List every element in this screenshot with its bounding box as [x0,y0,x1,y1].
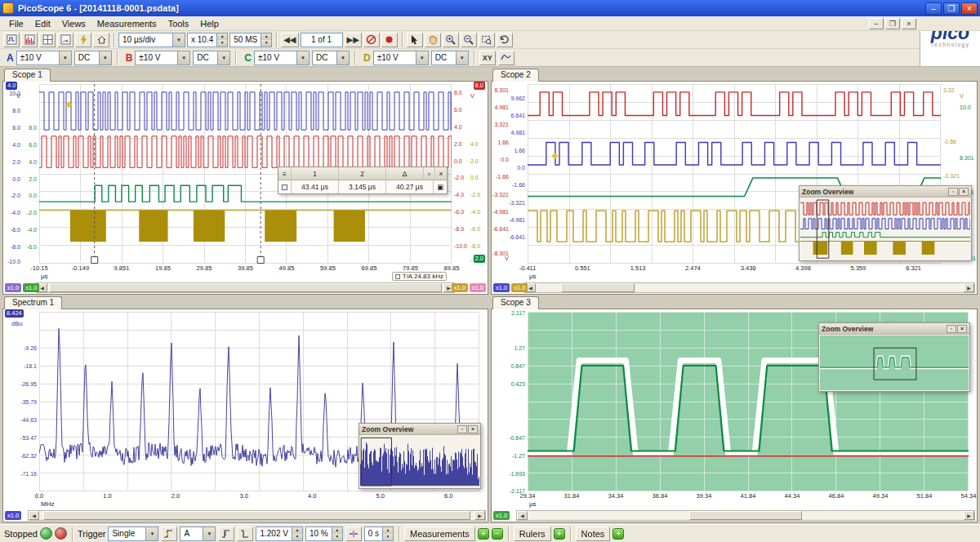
scope3-hscrollbar[interactable]: ◀ ▶ [516,510,975,521]
notes-button[interactable]: Notes [576,526,611,541]
tab-scope3[interactable]: Scope 3 [492,296,539,309]
close-button[interactable]: × [961,2,978,15]
up-arrow-icon[interactable]: ▲ [383,527,393,534]
checkbox-icon[interactable] [395,274,400,279]
channel-a-range-select[interactable]: ±10 V▼ [16,51,72,65]
tab-scope1[interactable]: Scope 1 [4,69,51,82]
menu-tools[interactable]: Tools [163,18,195,29]
hand-tool-icon[interactable] [425,33,441,47]
spectrum1-zoom-overview-window[interactable]: Zoom Overview ▫× [359,423,481,489]
drag-handle-icon[interactable]: ≡ [278,167,292,180]
axis-scale-chip[interactable]: x1.0 [511,283,528,292]
axis-scale-chip[interactable]: x1.0 [452,283,468,292]
overview-close-button[interactable]: × [468,425,478,433]
scroll-thumb[interactable] [49,283,441,292]
xy-mode-button[interactable]: XY [479,51,496,65]
lock-icon[interactable]: ▣ [434,180,447,193]
menu-measurements[interactable]: Measurements [91,18,163,29]
channel-a-coupling-select[interactable]: DC▼ [74,51,112,65]
maximize-button[interactable]: ❐ [943,2,960,15]
scroll-track[interactable] [47,283,443,292]
axis-scale-chip[interactable]: x1.0 [470,283,486,292]
axis-scale-chip[interactable]: x1.0 [23,283,39,292]
scope2-hscrollbar[interactable]: ◀ ▶ [524,282,975,293]
meter-view-icon[interactable] [57,33,74,47]
scope2-overview-canvas[interactable] [800,198,970,260]
up-arrow-icon[interactable]: ▲ [292,527,302,534]
trigger-source-select[interactable]: A▼ [180,526,216,541]
up-arrow-icon[interactable]: ▲ [332,527,342,534]
next-buffer-button[interactable]: ▶▶ [345,33,362,47]
scope1-hscrollbar[interactable]: ◀ ▶ [36,282,455,293]
axis-scale-chip[interactable]: x1.0 [493,283,510,292]
up-arrow-icon[interactable]: ▲ [217,33,227,40]
trigger-mode-select[interactable]: Single▼ [108,526,158,541]
trigger-level-stepper[interactable]: 1.202 V▲▼ [256,526,302,541]
down-arrow-icon[interactable]: ▼ [261,40,271,47]
overview-close-button[interactable]: × [957,325,967,333]
spectrum1-hscrollbar[interactable]: ◀ ▶ [28,510,486,521]
ruler-minimize-button[interactable]: ▫ [424,167,435,180]
scroll-right-icon[interactable]: ▶ [964,511,974,520]
record-icon[interactable] [381,33,398,47]
pretrigger-stepper[interactable]: 10 %▲▼ [305,526,343,541]
scope2-zoom-overview-window[interactable]: Zoom Overview ▫× [799,185,972,261]
up-arrow-icon[interactable]: ▲ [261,33,271,40]
marquee-zoom-icon[interactable] [479,33,495,47]
channel-d-coupling-select[interactable]: DC▼ [431,51,469,65]
channel-c-coupling-select[interactable]: DC▼ [312,51,350,65]
add-measurement-icon[interactable]: + [478,528,489,540]
tab-spectrum1[interactable]: Spectrum 1 [4,296,62,309]
ruler-legend-window[interactable]: ≡ 1 2 Δ ▫ × 43.41 µs 3.145 µs 40.27 µs ▣ [278,167,448,194]
menu-file[interactable]: File [3,18,29,29]
tab-scope2[interactable]: Scope 2 [492,69,539,82]
overview-restore-button[interactable]: ▫ [948,188,958,196]
channel-c-range-select[interactable]: ±10 V▼ [254,51,310,65]
scope3-overview-canvas[interactable] [820,335,969,390]
add-ruler-icon[interactable]: + [554,528,565,540]
document-minimize-button[interactable]: – [869,18,884,29]
rising-edge-icon[interactable] [218,526,234,541]
menu-help[interactable]: Help [194,18,225,29]
down-arrow-icon[interactable]: ▼ [217,40,227,47]
rulers-button[interactable]: Rulers [514,526,551,541]
minimize-button[interactable]: – [925,2,942,15]
stop-after-icon[interactable] [363,33,380,47]
start-capture-button[interactable] [40,527,52,540]
zoom-factor-stepper[interactable]: x 10.4▲▼ [187,33,228,47]
ruler-close-button[interactable]: × [435,167,447,180]
trigger-edge-icon[interactable] [161,526,177,541]
measurements-button[interactable]: Measurements [404,526,475,541]
down-arrow-icon[interactable]: ▼ [292,534,302,540]
document-restore-button[interactable]: ❐ [885,18,900,29]
document-close-button[interactable]: × [902,18,916,29]
trigger-delay-stepper[interactable]: 0 s▲▼ [364,526,394,541]
trigger-delay-icon[interactable] [345,526,362,541]
scroll-thumb[interactable] [689,511,803,520]
axis-scale-chip[interactable]: x1.0 [493,511,510,520]
zoom-out-icon[interactable] [461,33,477,47]
zoom-in-icon[interactable] [443,33,459,47]
scroll-left-icon[interactable]: ◀ [29,511,39,520]
add-note-icon[interactable]: + [612,528,624,540]
auto-setup-icon[interactable] [75,33,91,47]
samples-stepper[interactable]: 50 MS▲▼ [229,33,272,47]
remove-measurement-icon[interactable]: − [492,528,503,540]
home-icon[interactable] [93,33,109,47]
scroll-right-icon[interactable]: ▶ [964,283,974,292]
scroll-track[interactable] [528,511,964,520]
channel-b-coupling-select[interactable]: DC▼ [193,51,230,65]
axis-scale-chip[interactable]: x1.0 [5,511,21,520]
channel-d-range-select[interactable]: ±10 V▼ [373,51,429,65]
stop-capture-button[interactable] [55,527,67,540]
scroll-thumb[interactable] [43,511,470,520]
overview-close-button[interactable]: × [959,188,969,196]
scroll-thumb[interactable] [561,283,634,292]
overview-restore-button[interactable]: ▫ [947,325,956,333]
down-arrow-icon[interactable]: ▼ [383,534,393,540]
menu-edit[interactable]: Edit [29,18,56,29]
undo-zoom-icon[interactable] [497,33,513,47]
previous-buffer-button[interactable]: ◀◀ [281,33,298,47]
grid-view-icon[interactable] [39,33,56,47]
probe-icon[interactable] [498,51,514,65]
